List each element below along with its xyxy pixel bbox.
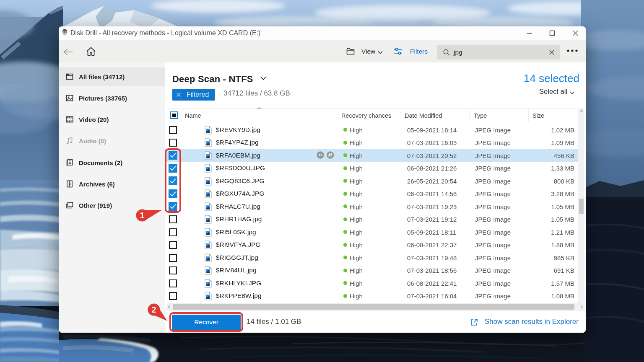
svg-text:2: 2 [151, 305, 156, 314]
svg-text:1: 1 [140, 211, 144, 220]
